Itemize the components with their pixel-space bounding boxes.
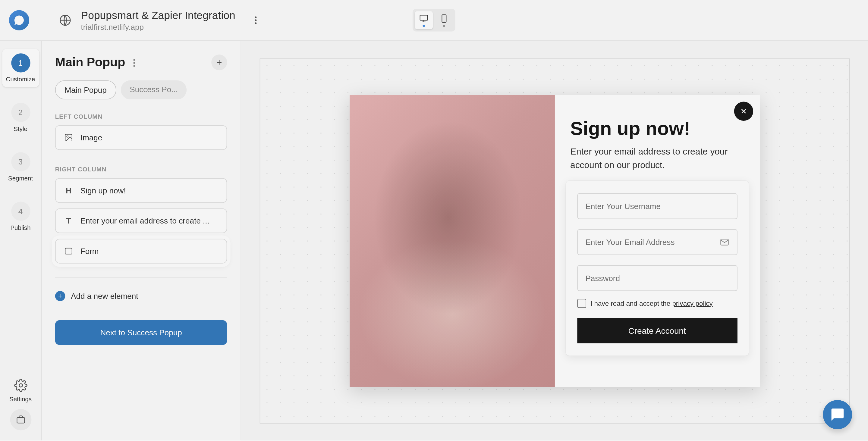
settings-label: Settings — [9, 396, 32, 402]
popup-image — [349, 95, 555, 387]
chat-fab[interactable] — [823, 400, 852, 429]
step-label: Customize — [6, 76, 35, 83]
header-more-button[interactable] — [249, 13, 262, 27]
popup-form: I have read and accept the privacy polic… — [566, 181, 748, 355]
mobile-icon — [439, 13, 450, 24]
username-input[interactable] — [577, 193, 737, 219]
element-label: Sign up now! — [81, 186, 126, 195]
app-logo[interactable] — [9, 10, 29, 30]
image-icon — [64, 132, 74, 143]
element-form[interactable]: Form — [55, 239, 227, 263]
popup-close-button[interactable] — [734, 101, 753, 121]
text-icon: T — [64, 216, 74, 226]
step-number: 3 — [11, 152, 30, 171]
step-style[interactable]: 2 Style — [2, 98, 39, 136]
tab-main-popup[interactable]: Main Popup — [55, 81, 116, 99]
svg-point-6 — [19, 384, 22, 387]
step-segment[interactable]: 3 Segment — [2, 148, 39, 186]
step-label: Publish — [10, 224, 30, 231]
create-account-button[interactable]: Create Account — [577, 318, 737, 343]
step-rail: 1 Customize 2 Style 3 Segment 4 Publish … — [0, 41, 41, 440]
email-input[interactable] — [577, 229, 737, 255]
mobile-device-button[interactable] — [435, 11, 453, 29]
popup-content-column: Sign up now! Enter your email address to… — [555, 95, 760, 387]
plus-icon: + — [55, 291, 65, 301]
form-icon — [64, 246, 74, 256]
password-input[interactable] — [577, 265, 737, 291]
element-heading[interactable]: H Sign up now! — [55, 178, 227, 203]
step-label: Style — [13, 125, 27, 132]
sidebar-title: Main Popup ⋮ — [55, 55, 138, 70]
svg-rect-10 — [65, 248, 72, 254]
briefcase-icon — [16, 414, 26, 425]
element-label: Form — [81, 247, 99, 256]
element-label: Enter your email address to create ... — [81, 216, 210, 225]
popup-preview: Sign up now! Enter your email address to… — [349, 95, 760, 387]
step-publish[interactable]: 4 Publish — [2, 197, 39, 235]
step-number: 2 — [11, 103, 30, 122]
device-toggle — [412, 9, 456, 32]
tab-success-popup[interactable]: Success Po... — [121, 81, 187, 99]
svg-point-3 — [255, 17, 256, 19]
popup-image-column — [349, 95, 555, 387]
left-column-label: LEFT COLUMN — [55, 113, 227, 120]
close-icon — [739, 107, 747, 115]
add-element-label: Add a new element — [71, 292, 138, 301]
logo-icon — [13, 14, 25, 26]
privacy-policy-link[interactable]: privacy policy — [672, 299, 712, 307]
chat-icon — [830, 407, 845, 422]
sidebar-more-button[interactable]: ⋮ — [130, 57, 138, 67]
page-title: Popupsmart & Zapier Integration — [81, 9, 236, 22]
active-dot-icon — [423, 25, 425, 27]
preview-frame: Sign up now! Enter your email address to… — [259, 58, 849, 423]
svg-point-5 — [255, 22, 256, 24]
svg-rect-7 — [17, 417, 24, 423]
header-titles: Popupsmart & Zapier Integration trialfir… — [81, 9, 236, 31]
svg-rect-1 — [420, 15, 428, 20]
consent-prefix: I have read and accept the — [590, 299, 672, 307]
globe-icon[interactable] — [59, 13, 72, 27]
add-popup-button[interactable] — [211, 55, 227, 70]
divider — [55, 277, 227, 277]
preview-canvas: Sign up now! Enter your email address to… — [241, 41, 868, 440]
popup-heading: Sign up now! — [570, 117, 744, 139]
step-label: Segment — [8, 175, 33, 181]
plus-icon — [215, 58, 223, 66]
page-subtitle: trialfirst.netlify.app — [81, 22, 236, 31]
element-image[interactable]: Image — [55, 125, 227, 150]
briefcase-button[interactable] — [10, 409, 31, 431]
customize-sidebar: Main Popup ⋮ Main Popup Success Po... LE… — [41, 41, 241, 440]
step-number: 4 — [11, 202, 30, 221]
svg-point-9 — [67, 136, 68, 137]
svg-point-4 — [255, 19, 256, 21]
right-column-label: RIGHT COLUMN — [55, 166, 227, 172]
heading-icon: H — [64, 185, 74, 195]
popup-tabs: Main Popup Success Po... — [55, 81, 227, 99]
popup-subtext: Enter your email address to create your … — [570, 145, 744, 172]
gear-icon — [14, 379, 27, 392]
step-customize[interactable]: 1 Customize — [2, 49, 39, 87]
consent-checkbox-row[interactable]: I have read and accept the privacy polic… — [577, 298, 737, 308]
element-label: Image — [81, 133, 102, 142]
settings-button[interactable]: Settings — [9, 379, 32, 402]
next-button[interactable]: Next to Success Popup — [55, 320, 227, 345]
dots-vertical-icon — [250, 15, 261, 25]
svg-rect-11 — [720, 239, 728, 245]
desktop-icon — [418, 13, 429, 24]
mail-icon — [719, 237, 730, 247]
consent-checkbox[interactable] — [577, 298, 586, 308]
element-text[interactable]: T Enter your email address to create ... — [55, 209, 227, 233]
inactive-dot-icon — [443, 25, 445, 27]
add-element-button[interactable]: + Add a new element — [55, 288, 227, 305]
step-number: 1 — [11, 53, 30, 72]
app-header: Popupsmart & Zapier Integration trialfir… — [0, 0, 868, 41]
desktop-device-button[interactable] — [415, 11, 433, 29]
consent-text: I have read and accept the privacy polic… — [590, 299, 713, 307]
sidebar-title-text: Main Popup — [55, 55, 125, 70]
